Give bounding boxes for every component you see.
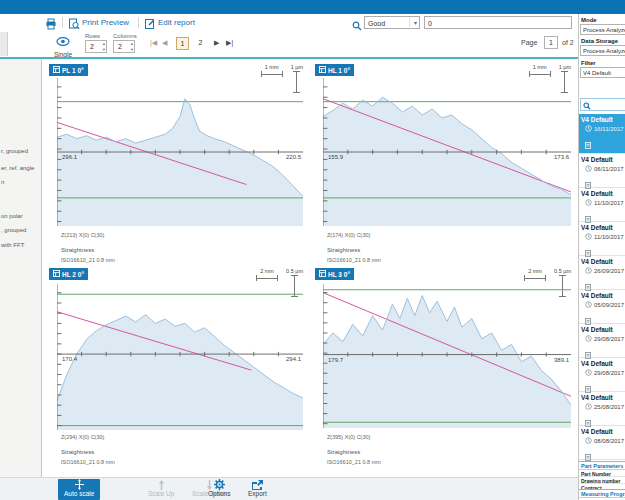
measurement-list: V4 Default 16/11/2017 V4 Default 06/11/2… xyxy=(579,114,625,461)
mode-dropdown[interactable]: Process Analyze xyxy=(580,24,625,35)
measurement-sidebar: Mode Process Analyze Data Storage Proces… xyxy=(578,14,625,500)
first-page-button[interactable]: |◀ xyxy=(150,39,157,47)
clock-icon xyxy=(585,301,592,309)
measurement-name: V4 Default xyxy=(581,394,625,401)
plot-area xyxy=(323,78,571,226)
chart-panel[interactable]: PL 1 0° 1 mm 1 µm 296.1 220.5 Z(213) X(0… xyxy=(46,62,309,264)
filter-label: Filter xyxy=(581,60,596,66)
measurement-date: 11/10/2017 xyxy=(585,233,625,241)
measurement-list-item[interactable]: V4 Default 08/08/2017 xyxy=(579,426,625,460)
profile-plot xyxy=(57,284,303,430)
last-page-button[interactable]: ▶| xyxy=(226,39,233,47)
measurement-date: 11/10/2017 xyxy=(585,199,625,207)
columns-stepper[interactable]: 2 ▴▾ xyxy=(113,40,135,53)
template-list-sidebar[interactable]: r, groupeder, ref. anglenon polar, group… xyxy=(0,59,42,479)
clock-icon xyxy=(585,369,592,377)
grid-icon xyxy=(319,66,326,74)
clock-icon xyxy=(585,335,592,343)
table-header: Measuring Program xyxy=(579,490,625,498)
template-list-item[interactable]: on polar xyxy=(1,213,23,219)
filter-dropdown[interactable]: V4 Default xyxy=(580,67,625,78)
page-button-1[interactable]: 1 xyxy=(176,37,189,50)
panel-title: HL 3 0° xyxy=(328,271,350,278)
document-icon xyxy=(585,413,625,420)
count-value: 0 xyxy=(428,20,432,27)
next-page-button[interactable]: ▶ xyxy=(214,39,219,47)
previous-page-button[interactable]: ◀ xyxy=(162,39,167,47)
panel-position-info: Z(213) X(0) C(30) xyxy=(61,232,104,238)
vertical-scale-label: 0.5 µm xyxy=(554,268,571,274)
report-toolbar: Print Preview Edit report Good ▾ 0 xyxy=(0,14,578,31)
data-storage-dropdown[interactable]: Process Analyze xyxy=(580,45,625,56)
export-label: Export xyxy=(248,490,267,497)
document-icon xyxy=(585,175,625,182)
measurement-list-item[interactable]: V4 Default 25/08/2017 xyxy=(579,392,625,426)
report-canvas: r, groupeder, ref. anglenon polar, group… xyxy=(0,57,578,477)
measurement-list-item[interactable]: V4 Default 16/11/2017 xyxy=(579,114,625,154)
template-list-item[interactable]: r, grouped xyxy=(1,148,28,154)
search-icon xyxy=(583,96,591,114)
table-header: Part Parameters xyxy=(579,462,625,470)
scale-up-button[interactable]: Scale Up xyxy=(148,479,174,500)
axis-left-value: 170.4 xyxy=(62,356,77,362)
panel-parameter-name: Straightness xyxy=(327,247,360,253)
view-toolbar: Single Rows 2 ▴▾ Columns 2 ▴▾ |◀ ◀ 12 ▶ … xyxy=(0,31,578,57)
single-view-button[interactable]: Single xyxy=(46,32,80,56)
auto-scale-label: Auto scale xyxy=(64,490,94,497)
panel-tab[interactable]: HL 1 0° xyxy=(315,64,354,76)
horizontal-scale-label: 1 mm xyxy=(265,64,279,70)
measurement-name: V4 Default xyxy=(581,326,625,333)
measurement-list-item[interactable]: V4 Default 26/09/2017 xyxy=(579,256,625,290)
panel-parameter-name: Straightness xyxy=(61,449,94,455)
panel-title: HL 1 0° xyxy=(328,67,350,74)
stepper-arrows-icon[interactable]: ▴▾ xyxy=(131,41,133,52)
document-icon xyxy=(585,345,625,352)
panel-parameter-name: Straightness xyxy=(61,247,94,253)
measurement-list-item[interactable]: V4 Default 11/10/2017 xyxy=(579,188,625,222)
chart-panel[interactable]: HL 1 0° 1 mm 1 µm 155.9 173.6 Z(174) X(0… xyxy=(312,62,577,264)
horizontal-scale-bar xyxy=(256,275,278,281)
measurement-list-item[interactable]: V4 Default 05/09/2017 xyxy=(579,290,625,324)
measurement-name: V4 Default xyxy=(581,428,625,435)
panel-tab[interactable]: HL 2 0° xyxy=(49,268,88,280)
plot-area xyxy=(57,284,303,430)
template-list-item[interactable]: with FFT xyxy=(1,242,24,248)
panel-tab[interactable]: HL 3 0° xyxy=(315,268,354,280)
template-list-item[interactable]: n xyxy=(1,179,4,185)
data-storage-label: Data Storage xyxy=(581,38,618,44)
measurement-list-item[interactable]: V4 Default 29/08/2017 xyxy=(579,358,625,392)
table-row: Part Number xyxy=(579,470,625,477)
measurement-name: V4 Default xyxy=(581,190,625,197)
clock-icon xyxy=(585,165,592,173)
export-button[interactable]: Export xyxy=(248,479,267,500)
rows-stepper[interactable]: 2 ▴▾ xyxy=(85,40,107,53)
template-list-item[interactable]: er, ref. angle xyxy=(1,165,34,171)
measurement-list-item[interactable]: V4 Default 11/10/2017 xyxy=(579,222,625,256)
columns-label: Columns xyxy=(113,33,137,39)
measurement-list-item[interactable]: V4 Default 06/11/2017 xyxy=(579,154,625,188)
page-of-label: of 2 xyxy=(562,39,574,46)
stepper-arrows-icon[interactable]: ▴▾ xyxy=(103,41,105,52)
document-icon xyxy=(585,277,625,284)
page-number-box[interactable]: 1 xyxy=(544,36,558,49)
axis-right-value: 294.1 xyxy=(286,356,301,362)
clock-icon xyxy=(585,233,592,241)
measurement-name: V4 Default xyxy=(581,116,625,123)
auto-scale-button[interactable]: Auto scale xyxy=(58,479,100,500)
print-preview-button[interactable]: Print Preview xyxy=(82,18,129,27)
measurement-search-input[interactable] xyxy=(580,98,625,111)
rows-label: Rows xyxy=(85,33,100,39)
measurement-date: 29/08/2017 xyxy=(585,335,625,343)
edit-report-button[interactable]: Edit report xyxy=(158,18,195,27)
scale-toolbar: Auto scale Scale Up Scale Down Options E… xyxy=(0,477,578,500)
chart-panel[interactable]: HL 2 0° 2 mm 0.5 µm 170.4 294.1 Z(294) X… xyxy=(46,266,309,476)
template-list-item[interactable]: , grouped xyxy=(1,227,26,233)
measurement-list-item[interactable]: V4 Default 29/08/2017 xyxy=(579,324,625,358)
panel-tab[interactable]: PL 1 0° xyxy=(49,64,88,76)
measurement-name: V4 Default xyxy=(581,224,625,231)
count-input[interactable]: 0 xyxy=(424,16,572,29)
quality-filter-dropdown[interactable]: Good ▾ xyxy=(364,16,420,29)
options-button[interactable]: Options xyxy=(208,479,230,500)
chart-panel[interactable]: HL 3 0° 2 mm 0.5 µm 179.7 389.1 Z(395) X… xyxy=(312,266,577,476)
page-button-2[interactable]: 2 xyxy=(194,37,207,50)
